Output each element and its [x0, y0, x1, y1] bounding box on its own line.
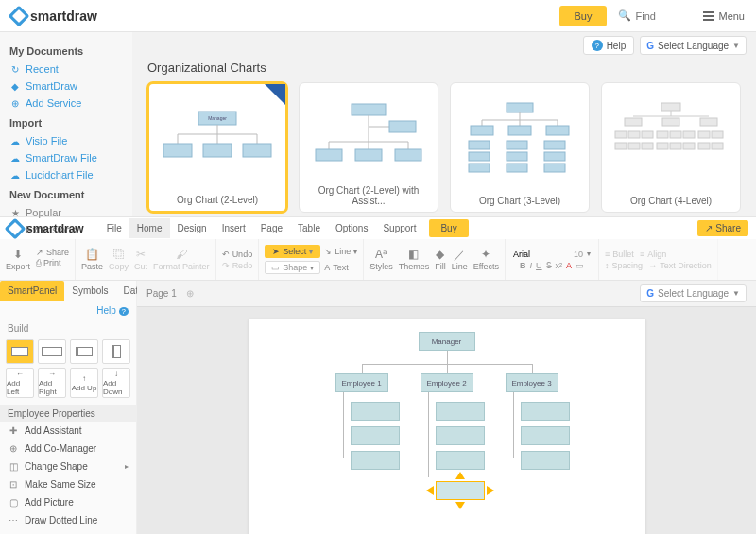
node-emp1[interactable]: Employee 1 [335, 373, 388, 392]
line-tool[interactable]: ↘Line▾ [324, 245, 357, 258]
tab-insert[interactable]: Insert [215, 218, 253, 238]
undo-button[interactable]: ↶Undo [222, 250, 253, 259]
align-button[interactable]: ≡Align [640, 250, 666, 259]
themes-button[interactable]: ◧Themes [399, 248, 430, 271]
prop-add-assistant[interactable]: ✚Add Assistant [0, 422, 136, 439]
add-right-button[interactable]: →Add Right [38, 368, 66, 398]
page-label[interactable]: Page 1 [146, 288, 177, 299]
tab-design[interactable]: Design [170, 218, 215, 238]
node-blank[interactable] [351, 402, 400, 421]
panel-tab-symbols[interactable]: Symbols [64, 281, 115, 301]
add-down-button[interactable]: ↓Add Down [102, 368, 130, 398]
share-button[interactable]: ↗Share [697, 220, 748, 236]
spacing-button[interactable]: ↕Spacing [605, 261, 643, 270]
share-button-ribbon[interactable]: ↗Share [36, 248, 69, 257]
buy-button[interactable]: Buy [559, 6, 608, 26]
sidebar-item-recent[interactable]: ↻Recent [9, 60, 123, 78]
node-manager[interactable]: Manager [419, 332, 475, 351]
add-page-button[interactable]: ⊕ [186, 288, 194, 299]
bullet-button[interactable]: ≡Bullet [605, 250, 634, 259]
panel-help-link[interactable]: Help ? [0, 301, 136, 319]
add-left-button[interactable]: ←Add Left [6, 368, 34, 398]
prop-change-shape[interactable]: ◫Change Shape▸ [0, 457, 136, 475]
cut-button[interactable]: ✂Cut [134, 248, 147, 271]
paste-button[interactable]: 📋Paste [81, 248, 103, 271]
tab-table[interactable]: Table [290, 218, 328, 238]
language-selector-canvas[interactable]: G Select Language ▼ [640, 284, 747, 302]
add-row: ←Add Left →Add Right ↑Add Up ↓Add Down [0, 366, 136, 400]
template-card-2level[interactable]: Manager Org Chart (2-Level) [147, 82, 287, 213]
add-up-button[interactable]: ↑Add Up [70, 368, 98, 398]
strike-button[interactable]: S̶ [546, 261, 552, 270]
tab-support[interactable]: Support [375, 218, 423, 238]
shape-style-1[interactable] [6, 339, 34, 364]
export-button[interactable]: ⬇Export [6, 248, 30, 271]
template-card-3level[interactable]: Org Chart (3-Level) [450, 82, 590, 213]
fill-button[interactable]: ◆Fill [435, 248, 446, 271]
print-button[interactable]: ⎙Print [36, 258, 69, 267]
svg-rect-35 [507, 164, 527, 172]
prop-add-comanager[interactable]: ⊕Add Co-Manager [0, 439, 136, 457]
node-blank[interactable] [351, 451, 400, 470]
template-card-2level-assist[interactable]: Org Chart (2-Level) with Assist... [299, 82, 438, 213]
font-color-button[interactable]: A [566, 261, 572, 270]
select-tool[interactable]: ➤Select▾ [265, 245, 320, 258]
font-size-label[interactable]: 10 [574, 250, 583, 259]
sidebar-item-lucid[interactable]: ☁Lucidchart File [9, 166, 123, 183]
sidebar-item-addservice[interactable]: ⊕Add Service [9, 95, 123, 112]
node-blank[interactable] [351, 426, 400, 445]
underline-button[interactable]: U [536, 261, 542, 270]
svg-rect-32 [469, 164, 490, 172]
sidebar-item-sdfile[interactable]: ☁SmartDraw File [9, 149, 123, 166]
redo-button[interactable]: ↷Redo [222, 261, 253, 270]
super-button[interactable]: x² [556, 261, 563, 270]
tab-options[interactable]: Options [328, 218, 375, 238]
shape-style-3[interactable] [70, 339, 98, 364]
node-emp3[interactable]: Employee 3 [506, 373, 558, 392]
panel-tab-smartpanel[interactable]: SmartPanel [0, 281, 64, 301]
node-blank[interactable] [436, 451, 485, 470]
search-input[interactable] [635, 10, 692, 22]
tab-home[interactable]: Home [129, 218, 170, 238]
tab-file[interactable]: File [99, 218, 129, 238]
italic-button[interactable]: I [530, 261, 533, 270]
page[interactable]: Manager Employee 1 Employee 2 Employee 3 [249, 319, 645, 534]
help-button[interactable]: ?Help [583, 36, 635, 55]
sidebar-item-smartdraw[interactable]: ◆SmartDraw [9, 78, 123, 95]
format-painter-button[interactable]: 🖌Format Painter [153, 248, 210, 271]
resize-handle-top[interactable] [455, 472, 465, 479]
prop-add-picture[interactable]: ▢Add Picture [0, 493, 136, 511]
node-emp2[interactable]: Employee 2 [421, 373, 473, 392]
page-viewport[interactable]: Manager Employee 1 Employee 2 Employee 3 [137, 307, 756, 534]
line-style-button[interactable]: ／Line [452, 248, 468, 271]
buy-button-small[interactable]: Buy [429, 219, 468, 237]
font-family-input[interactable] [513, 250, 570, 259]
highlight-button[interactable]: ▭ [576, 261, 584, 270]
effects-button[interactable]: ✦Effects [473, 248, 499, 271]
resize-handle-left[interactable] [426, 486, 434, 495]
node-blank[interactable] [436, 426, 485, 445]
prop-same-size[interactable]: ⊡Make Same Size [0, 475, 136, 493]
node-selected[interactable] [436, 481, 485, 500]
copy-button[interactable]: ⿻Copy [109, 248, 129, 271]
node-blank[interactable] [521, 451, 570, 470]
node-blank[interactable] [521, 402, 570, 421]
menu-button[interactable]: Menu [703, 10, 745, 22]
tab-page[interactable]: Page [253, 218, 290, 238]
styles-button[interactable]: AᵃStyles [369, 248, 393, 271]
node-blank[interactable] [521, 426, 570, 445]
text-tool[interactable]: AText [324, 261, 349, 274]
shape-style-4[interactable] [102, 339, 130, 364]
resize-handle-right[interactable] [487, 486, 494, 495]
resize-handle-bottom[interactable] [455, 502, 465, 509]
template-card-4level[interactable]: Org Chart (4-Level) [601, 82, 741, 213]
sidebar-item-visio[interactable]: ☁Visio File [9, 132, 123, 149]
shape-style-2[interactable] [38, 339, 66, 364]
bold-button[interactable]: B [520, 261, 526, 270]
shape-tool[interactable]: ▭Shape▾ [265, 261, 320, 274]
language-selector[interactable]: G Select Language ▼ [640, 36, 747, 55]
direction-button[interactable]: →Text Direction [648, 261, 712, 270]
prop-dotted-line[interactable]: ⋯Draw Dotted Line [0, 511, 136, 529]
search-wrap[interactable]: 🔍 [618, 9, 692, 22]
node-blank[interactable] [436, 402, 485, 421]
